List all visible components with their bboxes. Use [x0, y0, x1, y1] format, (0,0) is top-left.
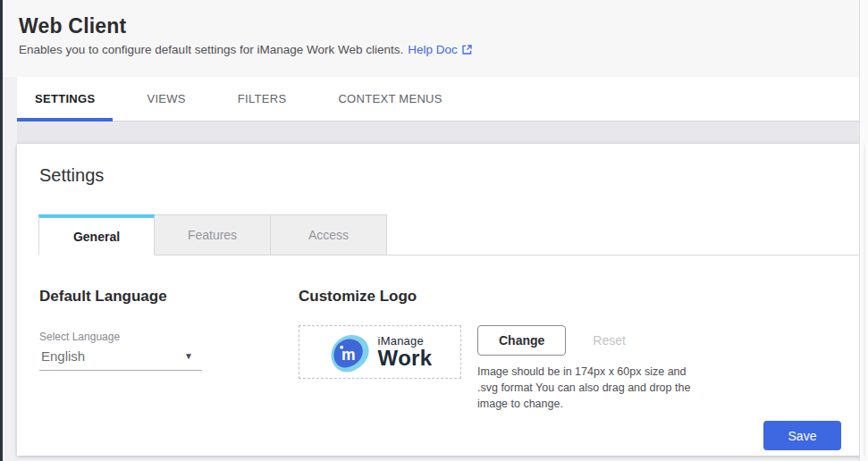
logo-actions: Change Reset Image should be in 174px x … — [477, 325, 706, 412]
web-client-admin-page: Web Client Enables you to configure defa… — [0, 0, 868, 461]
main-column: SETTINGS VIEWS FILTERS CONTEXT MENUS Set… — [17, 77, 864, 456]
language-select-label: Select Language — [39, 331, 202, 343]
svg-text:m: m — [341, 345, 355, 363]
card-title: Settings — [17, 144, 863, 186]
logo-hint-text: Image should be in 174px x 60px size and… — [477, 365, 706, 412]
tab-filters[interactable]: FILTERS — [220, 77, 305, 121]
tab-context-menus[interactable]: CONTEXT MENUS — [320, 77, 459, 121]
logo-buttons-row: Change Reset — [477, 325, 706, 356]
default-language-heading: Default Language — [39, 288, 299, 306]
caret-down-icon: ▼ — [184, 351, 193, 361]
imanage-logo-mark-icon: m — [328, 332, 370, 373]
page-subtitle: Enables you to configure default setting… — [19, 43, 864, 56]
logo-wordmark: iManage Work — [378, 335, 433, 369]
subtab-access[interactable]: Access — [271, 214, 387, 256]
tab-views[interactable]: VIEWS — [129, 77, 203, 121]
language-select[interactable]: Select Language English ▼ — [39, 331, 202, 371]
save-button[interactable]: Save — [763, 421, 841, 450]
help-doc-link[interactable]: Help Doc — [408, 43, 473, 56]
language-select-value-row[interactable]: English ▼ — [39, 348, 202, 371]
logo-text-work: Work — [378, 348, 433, 369]
logo-row: m iManage Work Change Reset — [299, 325, 706, 412]
scrollbar-gutter[interactable] — [859, 0, 864, 461]
external-link-icon — [461, 44, 473, 55]
subtab-general[interactable]: General — [38, 214, 155, 256]
tab-separator-band — [17, 122, 864, 144]
logo-dropzone[interactable]: m iManage Work — [299, 325, 461, 379]
tab-settings[interactable]: SETTINGS — [17, 77, 113, 121]
page-title: Web Client — [19, 14, 864, 38]
page-header: Web Client Enables you to configure defa… — [3, 0, 864, 77]
default-language-section: Default Language Select Language English… — [39, 288, 299, 412]
general-tab-content: Default Language Select Language English… — [17, 256, 863, 412]
language-selected-value: English — [41, 348, 85, 364]
secondary-tab-bar: General Features Access — [38, 214, 863, 256]
subtitle-text: Enables you to configure default setting… — [19, 43, 403, 56]
subtab-features[interactable]: Features — [155, 214, 271, 256]
change-logo-button[interactable]: Change — [477, 325, 566, 356]
settings-card: Settings General Features Access Default… — [17, 144, 863, 456]
help-doc-label: Help Doc — [408, 43, 458, 56]
reset-logo-button: Reset — [593, 333, 626, 348]
primary-tab-bar: SETTINGS VIEWS FILTERS CONTEXT MENUS — [17, 77, 864, 122]
customize-logo-section: Customize Logo m iManage — [299, 288, 706, 412]
content-region: Web Client Enables you to configure defa… — [3, 0, 864, 461]
customize-logo-heading: Customize Logo — [299, 288, 706, 306]
